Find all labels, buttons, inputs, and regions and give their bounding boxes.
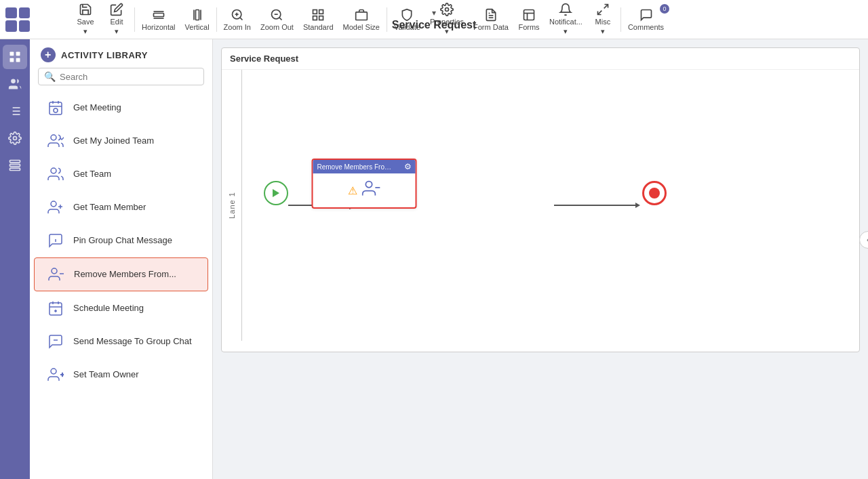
svg-rect-24 — [10, 52, 14, 56]
svg-line-23 — [597, 11, 601, 15]
svg-rect-14 — [319, 9, 323, 14]
edit-button[interactable]: Edit▾ — [102, 0, 132, 39]
svg-rect-25 — [16, 52, 20, 56]
start-node[interactable] — [264, 181, 288, 205]
canvas-inner: Service Request Lane 1 — [221, 47, 860, 352]
sidebar-title: Activity Library — [61, 50, 148, 60]
activity-header: Remove Members From ... ⚙ — [313, 160, 416, 173]
send-message-to-group-chat-icon — [45, 331, 66, 352]
divider3 — [387, 7, 387, 32]
save-button[interactable]: Save▾ — [71, 0, 100, 39]
svg-rect-37 — [10, 164, 20, 166]
get-team-icon — [45, 163, 66, 185]
sidebar-item-label: Send Message To Group Chat — [73, 336, 192, 348]
nav-teams-icon[interactable] — [3, 72, 27, 96]
sidebar: + Activity Library 🔍 Get Meeting Get My … — [30, 39, 213, 479]
svg-point-46 — [51, 201, 56, 207]
sidebar-item-set-team-owner[interactable]: Set Team Owner — [34, 358, 208, 391]
pin-group-chat-message-icon — [45, 230, 66, 251]
svg-rect-3 — [195, 9, 199, 20]
misc-button[interactable]: Misc▾ — [588, 0, 618, 39]
divider2 — [216, 7, 217, 32]
app-logo — [5, 7, 30, 32]
svg-point-43 — [54, 108, 58, 112]
svg-line-11 — [279, 17, 282, 20]
notifications-button[interactable]: Notificat...▾ — [545, 0, 587, 39]
svg-rect-17 — [355, 12, 367, 20]
svg-point-60 — [51, 369, 56, 374]
canvas-title: Service Request — [222, 48, 859, 70]
nav-bars-icon[interactable] — [3, 153, 27, 178]
get-meeting-icon — [45, 97, 66, 119]
sidebar-item-label: Get Meeting — [73, 102, 121, 114]
svg-line-22 — [604, 5, 608, 9]
vertical-button[interactable]: Vertical — [181, 5, 214, 34]
canvas-diagram: Lane 1 — [222, 70, 859, 341]
svg-rect-26 — [10, 58, 14, 62]
activity-gear-icon[interactable]: ⚙ — [404, 162, 412, 171]
search-input[interactable] — [60, 72, 198, 82]
search-icon: 🔍 — [44, 71, 56, 82]
end-node[interactable] — [642, 181, 667, 205]
svg-point-28 — [11, 79, 16, 84]
sidebar-item-label: Schedule Meeting — [73, 303, 144, 314]
schedule-meeting-icon — [45, 297, 66, 319]
svg-rect-53 — [50, 303, 62, 315]
svg-rect-0 — [153, 13, 163, 16]
svg-line-7 — [240, 17, 243, 20]
activity-body: ⚠ — [313, 173, 416, 207]
divider4 — [620, 7, 621, 32]
svg-rect-16 — [319, 16, 323, 20]
sidebar-item-remove-members-from[interactable]: Remove Members From... — [34, 257, 208, 291]
topbar: ▾ Service Request Save▾ Edit▾ Horizontal… — [0, 0, 868, 39]
svg-point-35 — [14, 137, 17, 140]
get-team-member-icon — [45, 196, 66, 218]
comments-badge: 0 — [660, 4, 669, 14]
forms-button[interactable]: Forms — [514, 5, 544, 34]
sidebar-item-label: Pin Group Chat Message — [73, 235, 172, 247]
left-nav — [0, 39, 30, 479]
sidebar-item-label: Set Team Owner — [73, 369, 139, 381]
svg-marker-65 — [635, 203, 640, 208]
zoom-out-button[interactable]: Zoom Out — [256, 5, 298, 34]
standard-button[interactable]: Standard — [299, 5, 338, 34]
svg-rect-21 — [524, 9, 534, 20]
zoom-in-button[interactable]: Zoom In — [220, 5, 255, 34]
sidebar-item-label: Get Team Member — [73, 202, 146, 213]
sidebar-item-label: Get My Joined Team — [73, 136, 154, 147]
svg-point-51 — [52, 268, 57, 274]
nav-list-icon[interactable] — [3, 99, 27, 123]
sidebar-item-send-message-to-group-chat[interactable]: Send Message To Group Chat — [34, 325, 208, 358]
comments-button[interactable]: 0 Comments — [624, 5, 668, 34]
svg-rect-15 — [313, 16, 317, 20]
svg-point-66 — [366, 182, 372, 188]
sidebar-item-label: Remove Members From... — [74, 269, 176, 280]
get-my-joined-team-icon — [45, 130, 66, 152]
remove-members-from-icon — [45, 264, 67, 285]
horizontal-button[interactable]: Horizontal — [138, 5, 180, 34]
sidebar-item-get-team-member[interactable]: Get Team Member — [34, 191, 208, 224]
svg-rect-36 — [10, 161, 20, 163]
svg-point-45 — [51, 168, 56, 173]
search-box: 🔍 — [38, 68, 204, 85]
sidebar-item-pin-group-chat-message[interactable]: Pin Group Chat Message — [34, 224, 208, 257]
title-chevron-icon: ▾ — [432, 8, 436, 18]
sidebar-list: Get Meeting Get My Joined Team Get Team — [30, 91, 212, 479]
activity-title: Remove Members From ... — [317, 163, 392, 171]
sidebar-item-get-my-joined-team[interactable]: Get My Joined Team — [34, 125, 208, 157]
add-activity-button[interactable]: + — [41, 47, 56, 62]
sidebar-header: + Activity Library — [30, 39, 212, 68]
svg-point-44 — [51, 135, 56, 140]
canvas-area[interactable]: Service Request Lane 1 — [213, 39, 868, 479]
toolbar: Save▾ Edit▾ Horizontal Vertical Zoom In … — [71, 0, 668, 39]
warning-icon: ⚠ — [348, 184, 357, 197]
sidebar-item-get-meeting[interactable]: Get Meeting — [34, 91, 208, 124]
activity-box-remove-members[interactable]: Remove Members From ... ⚙ ⚠ — [312, 159, 417, 209]
model-size-button[interactable]: Model Size — [339, 5, 384, 34]
set-team-owner-icon — [45, 364, 66, 386]
sidebar-item-schedule-meeting[interactable]: Schedule Meeting — [34, 292, 208, 325]
page-title: Service Request — [392, 19, 477, 31]
nav-hub-icon[interactable] — [3, 126, 27, 150]
sidebar-item-get-team[interactable]: Get Team — [34, 158, 208, 190]
nav-grid-icon[interactable] — [3, 45, 27, 69]
